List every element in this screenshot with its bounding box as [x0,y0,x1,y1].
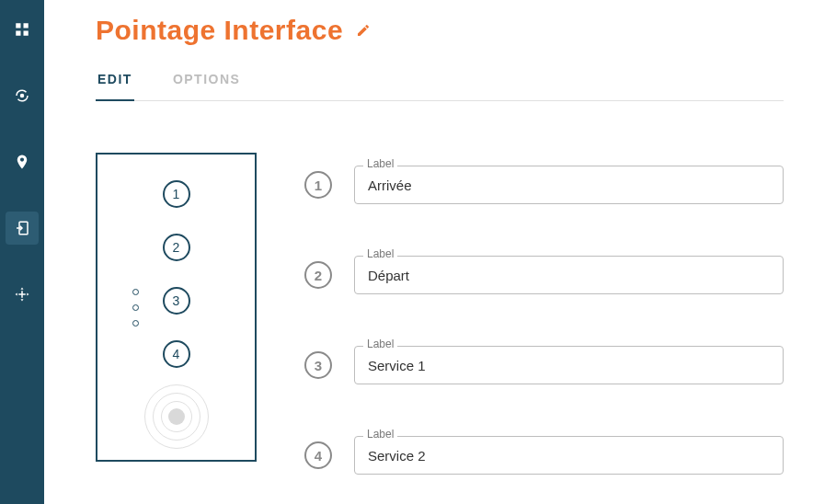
main: Pointage Interface EDIT OPTIONS 1 2 3 4 [44,0,813,504]
tabs: EDIT OPTIONS [96,72,784,101]
move-icon [14,286,30,303]
label-input-4[interactable] [354,436,784,475]
device-button-3[interactable]: 3 [163,287,190,315]
field-legend: Label [363,157,397,170]
device-sensor [144,384,209,449]
svg-rect-3 [24,31,29,36]
edit-title-button[interactable] [356,23,371,38]
label-row-4: 4 Label [304,436,784,475]
device-led [132,289,139,295]
label-input-2[interactable] [354,256,784,294]
field-wrap: Label [354,436,784,475]
device-button-2[interactable]: 2 [163,234,190,261]
page-title: Pointage Interface [96,15,343,46]
pin-icon [14,154,30,170]
sync-icon [14,87,30,104]
field-legend: Label [363,247,397,260]
pencil-icon [356,23,371,38]
row-number: 4 [304,441,332,469]
field-wrap: Label [354,256,784,294]
device-led-strip [132,289,139,326]
svg-rect-2 [16,31,20,36]
nav-location[interactable] [6,145,39,178]
title-row: Pointage Interface [96,15,784,46]
nav-move[interactable] [6,278,39,311]
tab-options[interactable]: OPTIONS [171,72,243,101]
row-number: 2 [304,261,332,289]
svg-rect-0 [16,23,20,28]
row-number: 3 [304,351,332,379]
label-row-2: 2 Label [304,256,784,294]
field-wrap: Label [354,166,784,204]
device-button-4[interactable]: 4 [163,340,190,368]
content: 1 2 3 4 1 Label 2 [96,153,784,475]
row-number: 1 [304,171,332,199]
nav-sync[interactable] [6,79,39,112]
nav-device[interactable] [6,212,39,245]
label-input-1[interactable] [354,166,784,204]
label-row-3: 3 Label [304,346,784,384]
grid-icon [14,21,30,38]
label-input-3[interactable] [354,346,784,384]
device-login-icon [14,220,30,236]
svg-point-4 [21,95,24,97]
device-led [132,320,139,326]
svg-rect-1 [24,23,29,28]
sidebar [0,0,44,504]
device-led [132,304,139,311]
device-button-1[interactable]: 1 [163,180,190,208]
field-legend: Label [363,428,397,441]
label-fields: 1 Label 2 Label 3 Label [304,153,784,475]
device-preview: 1 2 3 4 [96,153,257,462]
tab-edit[interactable]: EDIT [96,72,134,101]
label-row-1: 1 Label [304,166,784,204]
field-wrap: Label [354,346,784,384]
field-legend: Label [363,338,397,350]
nav-dashboard[interactable] [6,13,39,46]
